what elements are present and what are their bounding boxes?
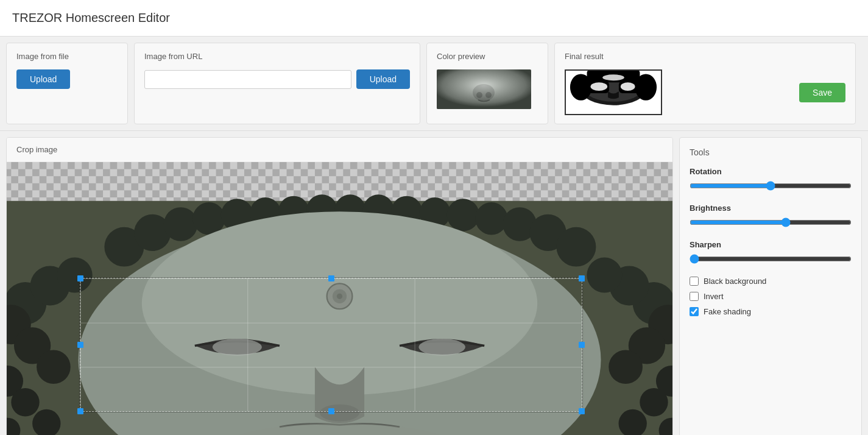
crop-canvas-area[interactable] — [7, 162, 672, 435]
svg-point-46 — [192, 202, 225, 235]
tools-panel: Tools Rotation Brightness Sharpen Black … — [679, 137, 862, 435]
crop-handle-top-center[interactable] — [328, 275, 334, 281]
color-preview-svg — [437, 69, 531, 109]
crop-handle-middle-left[interactable] — [77, 342, 83, 348]
top-panels: Image from file Upload Image from URL Up… — [0, 37, 868, 131]
black-background-label: Black background — [704, 277, 766, 286]
invert-checkbox[interactable] — [690, 292, 699, 301]
rotation-slider[interactable] — [690, 181, 852, 191]
url-input[interactable] — [144, 70, 351, 89]
crop-panel-header: Crop image — [7, 138, 672, 162]
crop-panel: Crop image — [6, 137, 673, 435]
app-header: TREZOR Homescreen Editor — [0, 0, 868, 37]
panel-image-from-url: Image from URL Upload — [134, 43, 420, 124]
final-result-row: Save — [565, 69, 845, 115]
brightness-label: Brightness — [690, 203, 852, 213]
crop-handle-top-left[interactable] — [77, 275, 83, 281]
black-background-row: Black background — [690, 277, 852, 286]
svg-point-15 — [621, 82, 635, 91]
save-button[interactable]: Save — [799, 83, 845, 102]
invert-row: Invert — [690, 292, 852, 301]
final-result-image — [565, 69, 662, 115]
invert-label: Invert — [704, 292, 724, 301]
tools-title: Tools — [690, 147, 852, 157]
crop-selection-box[interactable] — [80, 278, 582, 412]
brightness-section: Brightness — [690, 203, 852, 229]
fake-shading-label: Fake shading — [704, 307, 751, 316]
crop-panel-label: Crop image — [16, 145, 57, 154]
svg-point-56 — [475, 202, 507, 235]
app-title: TREZOR Homescreen Editor — [12, 11, 170, 24]
crop-handle-middle-right[interactable] — [579, 342, 585, 348]
upload-file-button[interactable]: Upload — [16, 69, 70, 89]
rotation-section: Rotation — [690, 167, 852, 193]
upload-url-button[interactable]: Upload — [356, 69, 410, 89]
sharpen-label: Sharpen — [690, 240, 852, 249]
crop-handle-bottom-right[interactable] — [579, 408, 585, 414]
panel-color-preview: Color preview — [426, 43, 548, 124]
rotation-label: Rotation — [690, 167, 852, 176]
sharpen-section: Sharpen — [690, 240, 852, 266]
brightness-slider[interactable] — [690, 217, 852, 227]
final-result-label: Final result — [565, 52, 845, 61]
main-area: Crop image — [0, 131, 868, 435]
panel-final-result: Final result — [554, 43, 856, 124]
fake-shading-checkbox[interactable] — [690, 307, 699, 316]
url-input-row: Upload — [144, 69, 410, 89]
crop-grid — [80, 278, 582, 411]
color-preview-image — [437, 69, 531, 109]
svg-point-59 — [556, 227, 596, 267]
svg-point-2 — [476, 92, 482, 98]
svg-point-28 — [37, 350, 71, 384]
image-from-url-label: Image from URL — [144, 52, 410, 61]
fake-shading-row: Fake shading — [690, 307, 852, 316]
svg-point-40 — [640, 388, 668, 416]
panel-image-from-file: Image from file Upload — [6, 43, 128, 124]
svg-point-14 — [590, 82, 607, 91]
svg-point-1 — [473, 84, 495, 101]
color-preview-label: Color preview — [437, 52, 538, 61]
svg-point-35 — [587, 258, 622, 293]
crop-handle-bottom-center[interactable] — [328, 408, 334, 414]
crop-handle-bottom-left[interactable] — [77, 408, 83, 414]
final-result-svg — [566, 70, 661, 115]
svg-point-16 — [602, 74, 624, 80]
svg-point-45 — [164, 207, 198, 241]
svg-point-55 — [447, 199, 479, 231]
image-from-file-label: Image from file — [16, 52, 118, 61]
sharpen-slider[interactable] — [690, 254, 852, 264]
black-background-checkbox[interactable] — [690, 277, 699, 286]
svg-point-30 — [11, 388, 39, 416]
crop-handle-top-right[interactable] — [579, 275, 585, 281]
svg-point-38 — [609, 350, 643, 384]
svg-point-3 — [485, 92, 492, 98]
svg-rect-22 — [7, 162, 672, 201]
